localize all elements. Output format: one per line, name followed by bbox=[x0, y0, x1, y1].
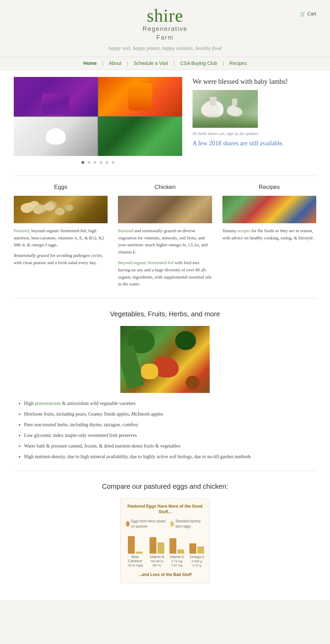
main-nav: Home | About | Schedule a Visit | CSA Bu… bbox=[0, 57, 330, 70]
bar-vitamin-e: Vitamin E3.73 mg0.97 mg bbox=[169, 533, 184, 567]
bar-omega-factory bbox=[197, 546, 204, 554]
legend-factory-label: Standard factory farm eggs bbox=[175, 519, 204, 529]
bar-vite-container bbox=[169, 533, 184, 554]
eggs-text: Pastured, beyond-organic-fermented-fed, … bbox=[14, 227, 108, 267]
nav-schedule[interactable]: Schedule a Visit bbox=[134, 60, 168, 66]
phytonutrient-link[interactable]: phytonutrient bbox=[35, 401, 61, 406]
recipes-link[interactable]: recipes bbox=[238, 228, 250, 233]
hero-section: We were blessed with baby lambs! No lamb… bbox=[14, 77, 316, 169]
divider-3 bbox=[14, 471, 316, 471]
site-subtitle: Regenerative Farm bbox=[0, 25, 330, 42]
main-content: We were blessed with baby lambs! No lamb… bbox=[0, 70, 330, 600]
site-name: shire bbox=[0, 7, 330, 25]
dot-6[interactable] bbox=[112, 161, 114, 164]
bar-beta-container bbox=[128, 533, 143, 554]
nav-about[interactable]: About bbox=[109, 60, 122, 66]
bar-vite-pasture bbox=[169, 538, 176, 554]
site-header: 🛒 Cart shire Regenerative Farm happy soi… bbox=[0, 0, 330, 57]
legend-factory: Standard factory farm eggs bbox=[170, 519, 204, 529]
dot-1[interactable] bbox=[81, 161, 84, 164]
veg-list: High phytonutrient & antioxidant wild ve… bbox=[14, 400, 316, 460]
three-col-section: Eggs Pastured, beyond-organic-fermented-… bbox=[14, 183, 316, 291]
chart-bars: Beta Carotene79.03 mg/g Vitamin A791.86 … bbox=[126, 533, 204, 567]
col-chicken-title: Chicken bbox=[118, 183, 212, 192]
collage-purple bbox=[14, 77, 98, 116]
lamb-note: No lamb shares yet; sign up for updates. bbox=[192, 131, 316, 137]
hero-collage bbox=[14, 77, 182, 156]
nav-sep-3: | bbox=[174, 60, 175, 66]
legend-pasture-label: Eggs from hens raised on pasture bbox=[131, 519, 167, 529]
bar-beta-factory bbox=[136, 552, 143, 554]
veg-item-3: Pure non-treated herbs, including thyme,… bbox=[24, 421, 316, 428]
nav-recipes[interactable]: Recipes bbox=[229, 60, 247, 66]
col-recipes: Recipes Yummy recipes for the foods as t… bbox=[222, 183, 316, 291]
nav-sep-1: | bbox=[102, 60, 103, 66]
eggs-image bbox=[14, 196, 108, 223]
bar-vite-label: Vitamin E3.73 mg0.97 mg bbox=[169, 555, 184, 567]
legend-dot-pasture bbox=[126, 521, 130, 527]
veg-item-6: High nutrient-density, due to high miner… bbox=[24, 453, 316, 460]
nav-home[interactable]: Home bbox=[83, 60, 97, 66]
cart-label[interactable]: Cart bbox=[307, 10, 316, 18]
hero-sidebar: We were blessed with baby lambs! No lamb… bbox=[189, 77, 316, 169]
chart-footer: ...and Less of the Bad Stuff bbox=[126, 572, 204, 578]
veg-item-4: Low glycemic index maple-only sweetened … bbox=[24, 432, 316, 439]
recipes-image bbox=[222, 196, 316, 223]
compare-section: Compare our pastured eggs and chicken: P… bbox=[14, 481, 316, 583]
bar-vita-pasture bbox=[150, 537, 156, 554]
bar-omega-pasture bbox=[189, 543, 196, 554]
bar-vita-container bbox=[150, 533, 164, 554]
bar-beta-label: Beta Carotene79.03 mg/g bbox=[126, 555, 144, 567]
chart-title: Pastured Eggs Have More of the Good Stuf… bbox=[126, 504, 204, 515]
vegetables-section: Vegetables, Fruits, Herbs, and more High… bbox=[14, 309, 316, 460]
bar-vite-factory bbox=[177, 550, 184, 554]
dot-5[interactable] bbox=[106, 161, 108, 164]
hero-title: We were blessed with baby lambs! bbox=[192, 77, 316, 86]
legend-pasture: Eggs from hens raised on pasture bbox=[126, 519, 167, 529]
hero-dots bbox=[14, 156, 182, 169]
divider-2 bbox=[14, 298, 316, 298]
bar-vita-factory bbox=[157, 542, 164, 554]
veg-image bbox=[120, 326, 210, 393]
bar-omega3: Omega-30.066 g0.22 g bbox=[189, 533, 204, 567]
collage-green bbox=[98, 117, 182, 156]
divider-1 bbox=[14, 176, 316, 176]
recipes-text-prefix: Yummy bbox=[222, 228, 238, 233]
bar-vita-label: Vitamin A791.86 IU487 IU bbox=[150, 555, 164, 567]
nav-sep-2: | bbox=[127, 60, 128, 66]
chicken-pastured-link[interactable]: Pastured bbox=[118, 228, 133, 233]
veg-item-1: High phytonutrient & antioxidant wild ve… bbox=[24, 400, 316, 407]
chicken-fermented-link[interactable]: Beyond-organic-fermented-fed bbox=[118, 260, 173, 265]
cart-icon: 🛒 bbox=[300, 10, 306, 18]
cart-area[interactable]: 🛒 Cart bbox=[300, 10, 316, 18]
eggs-pastured-link[interactable]: Pastured bbox=[14, 228, 29, 233]
legend-dot-factory bbox=[170, 521, 174, 527]
dot-4[interactable] bbox=[100, 161, 102, 164]
recipes-text: Yummy recipes for the foods as they are … bbox=[222, 227, 316, 242]
col-eggs: Eggs Pastured, beyond-organic-fermented-… bbox=[14, 183, 108, 291]
shares-link[interactable]: A few 2018 shares are still available. bbox=[192, 139, 316, 147]
veg-item-2: Heirloom fruits, including pears, Granny… bbox=[24, 410, 316, 418]
dot-3[interactable] bbox=[94, 161, 96, 164]
chicken-image bbox=[118, 196, 212, 223]
eggs-rotationally: Rotationally grazed bbox=[14, 253, 49, 258]
bar-vitamin-a: Vitamin A791.86 IU487 IU bbox=[150, 533, 164, 567]
compare-chart: Pastured Eggs Have More of the Good Stuf… bbox=[120, 498, 210, 583]
compare-title: Compare our pastured eggs and chicken: bbox=[14, 481, 316, 492]
collage-white bbox=[14, 117, 98, 156]
collage-orange bbox=[98, 77, 182, 116]
bar-beta-pasture bbox=[128, 536, 135, 554]
lamb-image bbox=[192, 90, 258, 128]
bar-omega-container bbox=[189, 533, 204, 554]
col-eggs-title: Eggs bbox=[14, 183, 108, 192]
veg-item-5: Water bath & pressure canned, frozen, & … bbox=[24, 442, 316, 450]
bar-beta-carotene: Beta Carotene79.03 mg/g bbox=[126, 533, 144, 567]
nav-csa[interactable]: CSA Buying Club bbox=[180, 60, 217, 66]
col-chicken: Chicken Pastured and rotationally grazed… bbox=[118, 183, 212, 291]
bar-omega-label: Omega-30.066 g0.22 g bbox=[190, 555, 204, 567]
nav-sep-4: | bbox=[223, 60, 224, 66]
chicken-text: Pastured and rotationally grazed on dive… bbox=[118, 227, 212, 288]
chart-legend: Eggs from hens raised on pasture Standar… bbox=[126, 519, 204, 529]
site-tagline: happy soil, happy plants, happy animals,… bbox=[0, 42, 330, 53]
dot-2[interactable] bbox=[88, 161, 90, 164]
